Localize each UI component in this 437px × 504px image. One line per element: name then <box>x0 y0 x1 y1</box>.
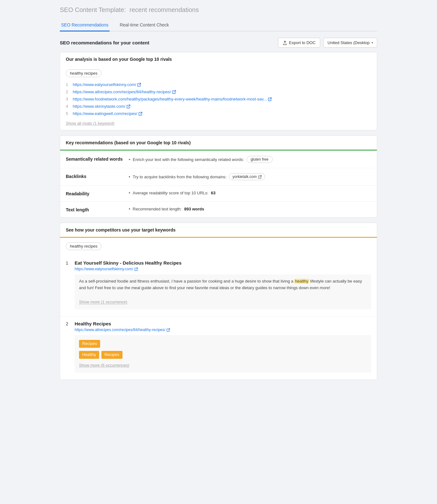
external-link-icon <box>139 112 142 116</box>
page-title: SEO Content Template: recent recommendat… <box>60 6 377 14</box>
rival-link-4[interactable]: https://www.skinnytaste.com/ <box>73 104 130 109</box>
tab-realtime-check[interactable]: Real-time Content Check <box>118 19 170 32</box>
rec-row-textlength: Text length • Recommended text length: 8… <box>60 202 377 217</box>
rec-content-semantic: • Enrich your text with the following se… <box>129 156 371 163</box>
export-button[interactable]: Export to DOC <box>278 38 321 48</box>
external-link-icon <box>134 267 138 271</box>
list-item: 5 https://www.eatingwell.com/recipes/ <box>66 110 371 117</box>
rival-link-2[interactable]: https://www.allrecipes.com/recipes/84/he… <box>73 89 176 94</box>
keyword-tag-recipes: Recipes <box>79 340 100 348</box>
header-controls: Export to DOC United States (Desktop ▾ <box>278 38 377 48</box>
bullet-icon: • <box>129 191 130 195</box>
rivals-card: Our analysis is based on your Google top… <box>60 52 377 130</box>
rivals-list: 1 https://www.eatyourselfskinny.com/ 2 h… <box>66 81 371 117</box>
rivals-card-header: Our analysis is based on your Google top… <box>60 52 377 65</box>
rival-link-1[interactable]: https://www.eatyourselfskinny.com/ <box>73 82 141 87</box>
competitor-item-2: 2 Healthy Recipes https://www.allrecipes… <box>60 317 377 379</box>
content-header: SEO recommendations for your content Exp… <box>60 38 377 48</box>
bullet-icon: • <box>129 207 130 211</box>
external-link-icon <box>137 83 141 87</box>
upload-icon <box>283 41 287 45</box>
key-rec-body: Semantically related words • Enrich your… <box>60 151 377 217</box>
rec-row-backlinks: Backlinks • Try to acquire backlinks fro… <box>60 168 377 186</box>
comp-num-title-2: 2 Healthy Recipes <box>66 321 371 326</box>
semantic-bullet-text: Enrich your text with the following sema… <box>133 157 244 162</box>
comp-title-1: Eat Yourself Skinny - Delicious Healthy … <box>75 260 182 266</box>
rival-link-3[interactable]: https://www.foodnetwork.com/healthy/pack… <box>73 97 272 101</box>
show-all-rivals-link[interactable]: Show all rivals (1 keyword) <box>66 121 115 126</box>
domain-name: yorkietalk.com <box>232 175 257 179</box>
comp-num: 2 <box>66 321 71 326</box>
semantic-tag: gluten free <box>247 156 273 163</box>
location-selector[interactable]: United States (Desktop ▾ <box>323 38 377 48</box>
rec-content-backlinks: • Try to acquire backlinks from the foll… <box>129 173 371 180</box>
rec-content-readability: • Average readability score of top 10 UR… <box>129 191 371 195</box>
domain-badge: yorkietalk.com <box>229 173 265 180</box>
rec-label-backlinks: Backlinks <box>66 173 129 179</box>
competitor-item-1: 1 Eat Yourself Skinny - Delicious Health… <box>60 256 377 317</box>
list-item: 4 https://www.skinnytaste.com/ <box>66 103 371 110</box>
tab-seo-recommendations[interactable]: SEO Recommendations <box>60 19 110 32</box>
backlinks-bullet-text: Try to acquire backlinks from the follow… <box>133 175 227 179</box>
keyword-badge-rivals: healthy recipes <box>66 69 101 77</box>
title-suffix: recent recommendations <box>129 6 199 13</box>
rivals-header-text: Our analysis is based on your Google top… <box>66 57 172 62</box>
export-label: Export to DOC <box>289 40 316 45</box>
comp-url-1[interactable]: https://www.eatyourselfskinny.com/ <box>75 267 371 271</box>
rec-row-semantic: Semantically related words • Enrich your… <box>60 151 377 168</box>
readability-bullet-text: Average readability score of top 10 URLs… <box>133 191 208 195</box>
rec-content-textlength: • Recommended text length: 893 words <box>129 207 371 211</box>
bullet-icon: • <box>129 175 130 179</box>
key-recommendations-card: Key recommendations (based on your Googl… <box>60 135 377 218</box>
external-link-icon <box>258 175 262 179</box>
rivals-section: healthy recipes 1 https://www.eatyoursel… <box>60 65 377 130</box>
external-link-icon <box>172 90 176 94</box>
keyword-badge-competitors: healthy recipes <box>66 242 101 250</box>
comp-title-2: Healthy Recipes <box>75 321 111 326</box>
competitors-section: healthy recipes <box>60 238 377 256</box>
comp-url-text-1: https://www.eatyourselfskinny.com/ <box>75 267 133 271</box>
rec-label-semantic: Semantically related words <box>66 156 129 162</box>
chevron-down-icon: ▾ <box>372 41 373 44</box>
comp-url-2[interactable]: https://www.allrecipes.com/recipes/84/he… <box>75 328 371 332</box>
list-item: 3 https://www.foodnetwork.com/healthy/pa… <box>66 95 371 103</box>
rec-label-textlength: Text length <box>66 207 129 212</box>
external-link-icon <box>268 97 272 101</box>
list-item: 2 https://www.allrecipes.com/recipes/84/… <box>66 88 371 95</box>
tabs-bar: SEO Recommendations Real-time Content Ch… <box>60 19 377 32</box>
section-title: SEO recommendations for your content <box>60 40 149 45</box>
competitors-header: See how your competitors use your target… <box>60 223 377 238</box>
keyword-tag-healthy: Healthy <box>79 351 99 359</box>
key-rec-header: Key recommendations (based on your Googl… <box>60 136 377 151</box>
rival-link-5[interactable]: https://www.eatingwell.com/recipes/ <box>73 111 142 116</box>
bullet-icon: • <box>129 157 130 162</box>
comp-excerpt-1: As a self-proclaimed foodie and fitness … <box>75 274 371 309</box>
textlength-value: 893 words <box>184 207 204 211</box>
show-more-link-2[interactable]: Show more (6 occurrences) <box>79 362 129 369</box>
readability-value: 63 <box>211 191 215 195</box>
rec-label-readability: Readability <box>66 191 129 196</box>
comp-num-title-1: 1 Eat Yourself Skinny - Delicious Health… <box>66 260 371 266</box>
highlight-word: healthy <box>294 279 309 284</box>
comp-excerpt-2: Recipes Healthy Recipes Show more (6 occ… <box>75 335 371 372</box>
rec-row-readability: Readability • Average readability score … <box>60 186 377 202</box>
keyword-tag-recipes-2: Recipes <box>101 351 122 359</box>
show-more-link-1[interactable]: Show more (1 occurrence) <box>79 299 127 306</box>
textlength-bullet-text: Recommended text length: <box>133 207 182 211</box>
external-link-icon <box>127 105 130 108</box>
location-label: United States (Desktop <box>327 40 370 45</box>
external-link-icon <box>167 328 170 332</box>
comp-num: 1 <box>66 260 71 266</box>
list-item: 1 https://www.eatyourselfskinny.com/ <box>66 81 371 88</box>
comp-url-text-2: https://www.allrecipes.com/recipes/84/he… <box>75 328 165 332</box>
competitors-card: See how your competitors use your target… <box>60 223 377 380</box>
title-prefix: SEO Content Template: <box>60 6 126 13</box>
